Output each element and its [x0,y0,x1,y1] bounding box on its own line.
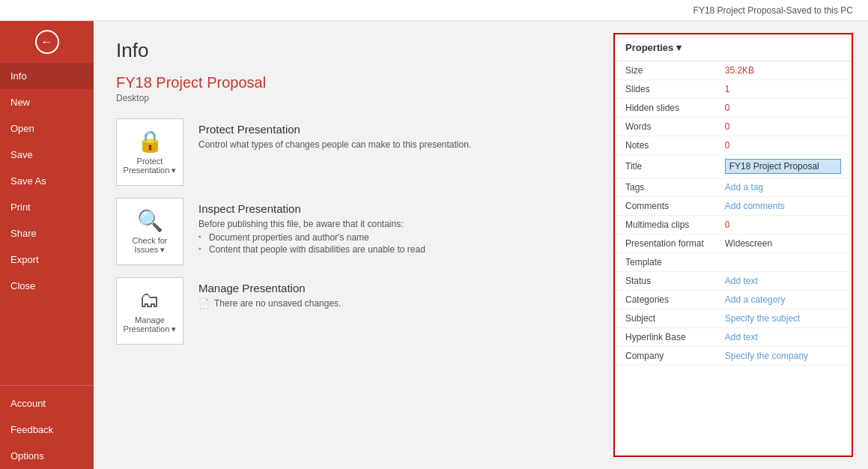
property-value[interactable] [714,155,852,178]
manage-content: Manage Presentation 📄 There are no unsav… [198,277,591,309]
property-value[interactable]: Add a tag [714,178,852,197]
sidebar-item-account[interactable]: Account [0,390,94,417]
protect-card: 🔒 ProtectPresentation ▾ Protect Presenta… [116,118,591,186]
property-value: 0 [714,99,852,118]
sidebar-item-options[interactable]: Options [0,443,94,469]
property-value: 0 [714,216,852,234]
content-area: Info FY18 Project Proposal Desktop 🔒 Pro… [94,21,868,469]
property-row: Notes0 [615,136,852,155]
property-label: Presentation format [615,234,714,253]
sidebar-divider [0,385,94,386]
property-row: Title [615,155,852,178]
property-label: Hidden slides [615,99,714,118]
property-row: SubjectSpecify the subject [615,309,852,328]
check-issues-button[interactable]: 🔍 Check forIssues ▾ [116,198,183,265]
property-row: TagsAdd a tag [615,178,852,197]
sidebar-item-save[interactable]: Save [0,142,94,168]
property-row: StatusAdd text [615,272,852,291]
manage-no-changes: 📄 There are no unsaved changes. [198,298,591,309]
top-bar-filename: FY18 Project Proposal [694,5,783,16]
property-value: Widescreen [714,234,852,253]
inspect-bullets: Document properties and author's name Co… [198,232,591,255]
property-row: CommentsAdd comments [615,197,852,216]
properties-panel: Properties ▾ Size35.2KBSlides1Hidden sli… [613,33,853,457]
property-value[interactable]: Specify the company [714,347,852,366]
sidebar-item-close[interactable]: Close [0,273,94,299]
manage-button-label: ManagePresentation ▾ [124,315,177,334]
back-circle-icon: ← [35,30,59,54]
protect-desc: Control what types of changes people can… [198,139,591,150]
property-value: 0 [714,136,852,155]
inspect-bullet-1: Document properties and author's name [198,232,591,243]
property-label: Status [615,272,714,291]
property-value[interactable]: Add a category [714,291,852,309]
sidebar-bottom: Account Feedback Options [0,381,94,469]
sidebar-item-share[interactable]: Share [0,220,94,246]
property-row: Hidden slides0 [615,99,852,118]
property-row: CategoriesAdd a category [615,291,852,309]
inspect-content: Inspect Presentation Before publishing t… [198,198,591,256]
property-label: Words [615,118,714,136]
property-row: CompanySpecify the company [615,347,852,366]
property-row: Words0 [615,118,852,136]
property-row: Size35.2KB [615,61,852,80]
no-changes-text: There are no unsaved changes. [214,298,341,309]
property-row: Template [615,253,852,272]
property-label: Tags [615,178,714,197]
property-value[interactable]: Specify the subject [714,309,852,328]
sidebar-item-feedback[interactable]: Feedback [0,417,94,443]
property-value: 35.2KB [714,61,852,80]
property-row: Presentation formatWidescreen [615,234,852,253]
lock-icon: 🔒 [137,129,163,154]
protect-button[interactable]: 🔒 ProtectPresentation ▾ [116,118,183,186]
info-panel: Info FY18 Project Proposal Desktop 🔒 Pro… [94,21,613,469]
sidebar-item-save-as[interactable]: Save As [0,168,94,194]
inspect-card: 🔍 Check forIssues ▾ Inspect Presentation… [116,198,591,265]
sidebar-item-info[interactable]: Info [0,63,94,89]
manage-button[interactable]: 🗂 ManagePresentation ▾ [116,277,183,345]
file-title: FY18 Project Proposal [116,74,591,91]
property-row: Hyperlink BaseAdd text [615,328,852,347]
property-value[interactable]: Add text [714,328,852,347]
property-label: Template [615,253,714,272]
sidebar-item-new[interactable]: New [0,89,94,115]
top-bar: FY18 Project Proposal - Saved to this PC [0,0,868,21]
inspect-title: Inspect Presentation [198,202,591,215]
property-label: Title [615,155,714,178]
main-layout: ← Info New Open Save Save As Print Share… [0,21,868,469]
property-value[interactable]: Add comments [714,197,852,216]
sidebar-nav: Info New Open Save Save As Print Share E… [0,63,94,469]
property-value: 0 [714,118,852,136]
property-row: Slides1 [615,80,852,99]
property-label: Company [615,347,714,366]
top-bar-save-status: Saved to this PC [786,5,853,16]
property-label: Notes [615,136,714,155]
property-value[interactable]: Add text [714,272,852,291]
page-title: Info [116,39,591,62]
property-label: Slides [615,80,714,99]
back-button[interactable]: ← [0,21,94,63]
sidebar-item-export[interactable]: Export [0,246,94,273]
manage-title: Manage Presentation [198,282,591,294]
protect-title: Protect Presentation [198,123,591,136]
properties-header[interactable]: Properties ▾ [615,34,852,61]
inspect-desc: Before publishing this file, be aware th… [198,219,591,229]
property-label: Subject [615,309,714,328]
sidebar-item-print[interactable]: Print [0,194,94,220]
property-label: Multimedia clips [615,216,714,234]
protect-content: Protect Presentation Control what types … [198,118,591,153]
title-input[interactable] [725,159,841,174]
properties-title: Properties ▾ [625,42,682,53]
manage-icon: 🗂 [139,288,160,312]
check-issues-label: Check forIssues ▾ [132,236,167,255]
content-inner: Info FY18 Project Proposal Desktop 🔒 Pro… [94,21,868,469]
property-value [714,253,852,272]
document-icon: 📄 [198,298,210,309]
property-label: Size [615,61,714,80]
property-row: Multimedia clips0 [615,216,852,234]
inspect-icon: 🔍 [137,208,163,233]
property-label: Hyperlink Base [615,328,714,347]
property-label: Categories [615,291,714,309]
properties-table: Size35.2KBSlides1Hidden slides0Words0Not… [615,61,852,366]
sidebar-item-open[interactable]: Open [0,115,94,142]
